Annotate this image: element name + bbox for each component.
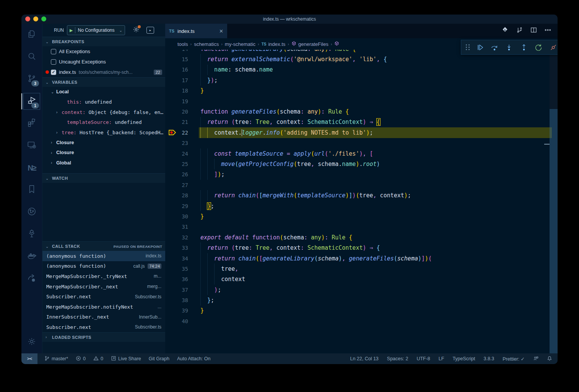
minimize-window-button[interactable] (33, 16, 38, 21)
code-line-24[interactable]: 24const templateSource = apply(url('./fi… (165, 148, 558, 159)
disconnect-button[interactable] (548, 42, 558, 52)
code-line-20[interactable]: 20function generateFiles(schema: any): R… (165, 106, 558, 117)
variable-row[interactable]: this: undefined (42, 97, 165, 107)
breakpoint-checkbox[interactable] (51, 59, 56, 65)
variable-scope-row[interactable]: ⌄Local (42, 87, 165, 97)
breakpoint-row[interactable]: Uncaught Exceptions (42, 57, 165, 67)
code-line-25[interactable]: 25move(getProjectConfig(tree, schema.nam… (165, 159, 558, 169)
code-line-29[interactable]: 29}; (165, 201, 558, 211)
status-master[interactable]: master* (44, 356, 68, 362)
tab-index-ts[interactable]: TS index.ts ✕ (165, 24, 227, 38)
status-git-graph[interactable]: Git Graph (149, 356, 169, 361)
status-prettier[interactable]: Prettier: ✓ (503, 356, 525, 362)
debug-current-line-breakpoint-icon[interactable] (168, 129, 177, 137)
call-stack-frame[interactable]: MergeMapSubscriber.notifyNext... (42, 302, 165, 312)
breadcrumb-item[interactable]: generateFiles (291, 41, 329, 47)
step-over-button[interactable] (490, 42, 499, 52)
variable-scope-row[interactable]: ›Global (42, 158, 165, 168)
split-editor-icon[interactable] (530, 26, 537, 35)
activity-item-run-debug[interactable]: 1 (21, 90, 42, 112)
call-stack-section-header[interactable]: ⌄ CALL STACK PAUSED ON BREAKPOINT (42, 241, 165, 251)
more-actions-icon[interactable] (544, 26, 551, 35)
close-window-button[interactable] (25, 16, 30, 21)
code-line-26[interactable]: 26]); (165, 169, 558, 180)
breadcrumb-item[interactable]: my-schematic (225, 41, 255, 47)
call-stack-frame[interactable]: InnerSubscriber._nextInnerSub... (42, 312, 165, 322)
code-line-31[interactable]: 31 (165, 222, 558, 232)
call-stack-frame[interactable]: (anonymous function)call.js74:24 (42, 261, 165, 272)
breakpoint-row[interactable]: All Exceptions (42, 46, 165, 57)
scrollbar-thumb[interactable] (550, 109, 558, 353)
breakpoint-row[interactable]: ✓index.tstools/schematics/my-sch...22 (42, 67, 165, 77)
code-line-34[interactable]: 34return chain([generateLibrary(schema),… (165, 253, 558, 264)
activity-item-extensions[interactable] (21, 112, 42, 135)
activity-item-test-tree[interactable] (21, 223, 42, 246)
toggle-changes-icon[interactable] (516, 26, 523, 35)
breakpoint-checkbox[interactable] (51, 49, 56, 54)
call-stack-frame[interactable]: Subscriber.nextSubscriber.ts (42, 322, 165, 332)
toolbar-drag-handle[interactable] (466, 44, 470, 50)
code-line-17[interactable]: 17}); (165, 75, 558, 85)
variable-row[interactable]: ›tree: HostTree {_backend: ScopedH… (42, 127, 165, 138)
start-debug-icon[interactable]: ▶ (70, 28, 73, 33)
status-0[interactable]: 0 (76, 356, 86, 362)
breadcrumb-item[interactable]: tools (177, 41, 188, 47)
code-line-32[interactable]: 32export default function(schema: any): … (165, 232, 558, 242)
code-line-37[interactable]: 37); (165, 285, 558, 295)
code-area[interactable]: 14function generateLibrary(schema: any):… (165, 50, 558, 353)
status-auto-attach-on[interactable]: Auto Attach: On (177, 356, 211, 361)
close-tab-icon[interactable]: ✕ (219, 28, 223, 34)
status-ln-22-col-13[interactable]: Ln 22, Col 13 (350, 356, 378, 361)
remote-indicator[interactable]: >< (21, 353, 37, 364)
open-changes-icon[interactable] (502, 26, 509, 35)
debug-settings-button[interactable] (133, 26, 140, 34)
status-bell[interactable] (547, 356, 552, 362)
breakpoints-section-header[interactable]: ⌄ BREAKPOINTS (42, 37, 165, 46)
watch-section-header[interactable]: ⌄ WATCH (42, 173, 165, 183)
status-lf[interactable]: LF (439, 356, 444, 361)
code-line-27[interactable]: 27 (165, 180, 558, 190)
code-line-15[interactable]: 15return externalSchematic('@nrwl/worksp… (165, 54, 558, 64)
code-line-23[interactable]: 23 (165, 138, 558, 148)
status-spaces-2[interactable]: Spaces: 2 (387, 356, 408, 361)
variable-scope-row[interactable]: ›Closure (42, 148, 165, 158)
code-line-39[interactable]: 39} (165, 306, 558, 316)
status-live-share[interactable]: Live Share (111, 356, 141, 362)
code-line-35[interactable]: 35tree, (165, 264, 558, 274)
breadcrumb-item[interactable]: TSindex.ts (262, 41, 286, 47)
code-line-22[interactable]: 22context.logger.info('adding NOTES.md t… (165, 127, 558, 138)
breadcrumb-item[interactable] (334, 41, 341, 47)
code-line-38[interactable]: 38}; (165, 295, 558, 305)
loaded-scripts-section-header[interactable]: › LOADED SCRIPTS (42, 332, 165, 342)
status-typescript[interactable]: TypeScript (452, 356, 475, 361)
continue-button[interactable] (475, 42, 485, 52)
code-line-36[interactable]: 36context (165, 274, 558, 285)
call-stack-frame[interactable]: MergeMapSubscriber._tryNextm... (42, 271, 165, 281)
zoom-window-button[interactable] (41, 16, 46, 21)
activity-item-code-tour[interactable] (21, 201, 42, 223)
call-stack-frame[interactable]: MergeMapSubscriber._nextmerg... (42, 281, 165, 292)
code-line-30[interactable]: 30} (165, 211, 558, 221)
breadcrumb-item[interactable]: schematics (194, 41, 219, 47)
activity-item-source-control[interactable]: 3 (21, 68, 42, 90)
call-stack-frame[interactable]: Subscriber.nextSubscriber.ts (42, 291, 165, 302)
code-line-40[interactable]: 40 (165, 316, 558, 326)
step-into-button[interactable] (504, 42, 514, 52)
status-feedback[interactable] (533, 356, 538, 362)
code-line-16[interactable]: 16name: schema.name (165, 65, 558, 75)
restart-button[interactable] (533, 42, 543, 52)
code-line-18[interactable]: 18} (165, 86, 558, 96)
status-0[interactable]: 0 (93, 356, 103, 362)
editor-scrollbar[interactable] (550, 50, 558, 353)
status-utf-8[interactable]: UTF-8 (416, 356, 430, 361)
code-line-21[interactable]: 21return (tree: Tree, context: Schematic… (165, 117, 558, 127)
activity-item-explorer[interactable] (21, 24, 42, 46)
variables-section-header[interactable]: ⌄ VARIABLES (42, 77, 165, 87)
launch-config-dropdown[interactable]: ▶ No Configurations ⌄ (67, 25, 125, 35)
activity-item-remote-explorer[interactable] (21, 135, 42, 157)
debug-console-button[interactable]: ▸ (146, 27, 154, 34)
code-line-33[interactable]: 33return (tree: Tree, context: Schematic… (165, 242, 558, 253)
variable-row[interactable]: templateSource: undefined (42, 117, 165, 128)
activity-item-nx-console[interactable]: N≥ (21, 157, 42, 179)
variable-scope-row[interactable]: ›Closure (42, 138, 165, 148)
